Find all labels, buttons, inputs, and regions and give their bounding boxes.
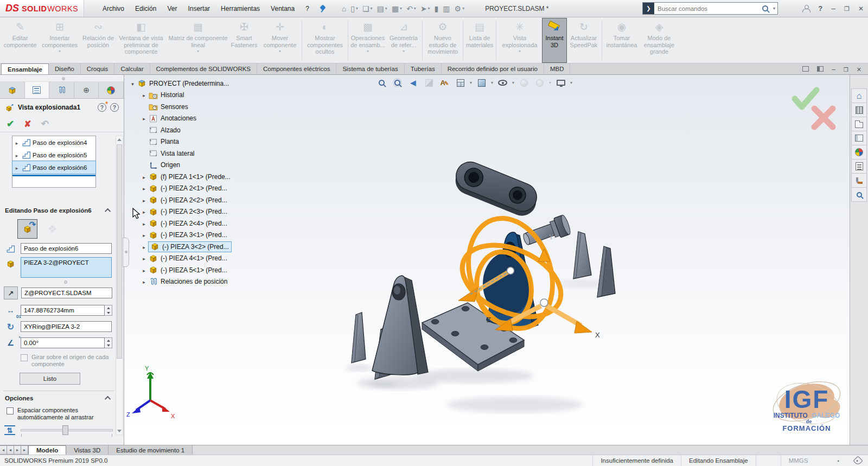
chevron-down-icon[interactable]: [367, 49, 369, 54]
menu-insertar[interactable]: Insertar: [182, 3, 215, 15]
tree-item-pieza2-3[interactable]: (-) PIEZA 2<3> (Pred...: [129, 206, 275, 218]
displaymanager-tab[interactable]: [99, 82, 124, 98]
pin-menu-icon[interactable]: [319, 4, 328, 13]
tree-item-sensores[interactable]: Sensores: [129, 101, 275, 113]
tree-item-origen[interactable]: Origen: [129, 159, 275, 171]
confirm-ok-icon[interactable]: [795, 90, 816, 107]
step-name-field[interactable]: [21, 243, 112, 254]
inspection-button[interactable]: [851, 187, 867, 202]
ribbon-mover-componente[interactable]: ✛Mover componente: [259, 18, 301, 63]
tree-item-pieza4-1[interactable]: (-) PIEZA 4<1> (Pred...: [129, 253, 275, 265]
accept-button[interactable]: [7, 118, 14, 130]
menu-archivo[interactable]: Archivo: [97, 3, 130, 15]
angle-spinner[interactable]: [105, 337, 112, 348]
expand-arrow-icon[interactable]: [140, 254, 148, 262]
ribbon-operaciones-de-ensamblaje[interactable]: ▩Operaciones de ensamb...: [349, 18, 386, 63]
distance-spinner[interactable]: [105, 305, 112, 316]
tree-item-pieza3-2-selected[interactable]: (-) PIEZA 3<2> (Pred...: [129, 241, 275, 253]
chevron-down-icon[interactable]: [197, 49, 199, 54]
view-palette-button[interactable]: [851, 131, 867, 145]
next-tab-button[interactable]: [14, 445, 21, 455]
explode-steps-list[interactable]: Paso de explosión4 Paso de explosión5 Pa…: [12, 136, 96, 188]
chevron-down-icon[interactable]: [371, 6, 373, 11]
expand-arrow-icon[interactable]: [140, 114, 148, 122]
reverse-direction-button[interactable]: [4, 286, 18, 299]
scroll-up-icon[interactable]: [116, 136, 123, 143]
spin-up-icon[interactable]: [105, 338, 112, 343]
print-button[interactable]: ▦: [390, 3, 404, 14]
expand-arrow-icon[interactable]: [14, 164, 20, 171]
file-explorer-button[interactable]: [851, 117, 867, 131]
chevron-down-icon[interactable]: [356, 6, 358, 11]
radial-explode-button[interactable]: [42, 219, 62, 239]
tree-item-anotaciones[interactable]: Anotaciones: [129, 113, 275, 125]
menu-edicion[interactable]: Edición: [130, 3, 162, 15]
pane-right-icon[interactable]: [817, 66, 824, 72]
resources-home-button[interactable]: [851, 88, 867, 103]
rotate-origin-checkbox[interactable]: [21, 354, 28, 361]
custom-properties-button[interactable]: [851, 159, 867, 174]
menu-help[interactable]: ?: [300, 3, 315, 15]
tab-calcular[interactable]: Calcular: [114, 63, 150, 74]
tree-item-historial[interactable]: Historial: [129, 90, 275, 101]
section-view-button[interactable]: [422, 76, 436, 89]
tree-item-pieza3-1[interactable]: (-) PIEZA 3<1> (Pred...: [129, 229, 275, 241]
spacing-slider-thumb[interactable]: [62, 425, 68, 435]
box-resize-dot[interactable]: [64, 280, 67, 284]
expand-arrow-icon[interactable]: [14, 139, 20, 146]
pane-left-icon[interactable]: [802, 66, 809, 72]
editing-step-header[interactable]: Editando Paso de explosión6: [0, 207, 116, 214]
chevron-down-icon[interactable]: [414, 6, 416, 11]
chevron-down-icon[interactable]: [59, 49, 61, 54]
ribbon-modo-ensamblaje-grande[interactable]: ◈Modo de ensamblaje grande: [640, 18, 678, 63]
display-style-button[interactable]: [475, 76, 488, 89]
home-button[interactable]: ⌂: [340, 3, 348, 14]
view-orientation-button[interactable]: [454, 76, 467, 89]
tree-item-relaciones[interactable]: Relaciones de posición: [129, 276, 275, 288]
tab-ensamblaje[interactable]: Ensamblaje: [1, 63, 49, 74]
tree-item-planta[interactable]: Planta: [129, 136, 275, 148]
spacing-slider-track[interactable]: [21, 429, 113, 431]
menu-ventana[interactable]: Ventana: [265, 3, 300, 15]
menu-ver[interactable]: Ver: [162, 3, 182, 15]
save-button[interactable]: ▤: [375, 3, 390, 14]
undo-button[interactable]: [41, 118, 49, 130]
chevron-down-icon[interactable]: [385, 6, 387, 11]
panel-resize-handle[interactable]: [0, 75, 124, 82]
expand-arrow-icon[interactable]: [140, 173, 148, 181]
selected-tree-item-highlight[interactable]: (-) PIEZA 3<2> (Pred...: [148, 241, 232, 252]
panel-scrollbar[interactable]: [116, 136, 123, 435]
expand-arrow-icon[interactable]: [140, 243, 148, 251]
apply-scene-button[interactable]: [533, 76, 546, 89]
expand-arrow-icon[interactable]: [140, 184, 148, 192]
chevron-down-icon[interactable]: [549, 80, 551, 85]
ribbon-lista-de-materiales[interactable]: ▤Lista de materiales: [464, 18, 495, 63]
help-icon[interactable]: [110, 103, 119, 112]
part-wedge-right-2[interactable]: [597, 246, 615, 297]
doc-close-button[interactable]: [857, 64, 861, 74]
part-wedge-right-1[interactable]: [573, 232, 591, 279]
last-tab-button[interactable]: [21, 445, 28, 455]
menu-herramientas[interactable]: Herramientas: [215, 3, 265, 15]
prev-tab-button[interactable]: [7, 445, 14, 455]
tree-splitter-handle[interactable]: [123, 238, 129, 267]
tree-item-pieza2-4[interactable]: (-) PIEZA 2<4> (Pred...: [129, 218, 275, 229]
ribbon-nuevo-estudio-movimiento[interactable]: ⚙Nuevo estudio de movimiento: [424, 18, 462, 63]
tab-complementos[interactable]: Complementos de SOLIDWORKS: [150, 63, 257, 74]
chevron-down-icon[interactable]: [403, 49, 405, 54]
edit-appearance-button[interactable]: [517, 76, 531, 89]
new-document-button[interactable]: ▯: [348, 3, 360, 14]
task-list-button[interactable]: ▥: [441, 3, 452, 14]
tree-item-pieza1-1[interactable]: (f) PIEZA 1<1> (Prede...: [129, 171, 275, 183]
chevron-down-icon[interactable]: [512, 80, 514, 85]
whats-new-help-icon[interactable]: [98, 103, 106, 112]
appearances-button[interactable]: [851, 145, 867, 159]
tree-root-proyect[interactable]: PROYECT (Predetermina...: [129, 78, 275, 90]
maximize-button[interactable]: [844, 3, 850, 13]
units-dropdown-icon[interactable]: [837, 458, 839, 463]
spin-down-icon[interactable]: [105, 343, 112, 348]
ribbon-insertar-componentes[interactable]: ⊞Insertar componentes: [38, 18, 81, 63]
ribbon-smart-fasteners[interactable]: ✠Smart Fasteners: [229, 18, 259, 63]
chevron-down-icon[interactable]: [519, 49, 521, 54]
annotation-views-button[interactable]: [438, 76, 451, 89]
